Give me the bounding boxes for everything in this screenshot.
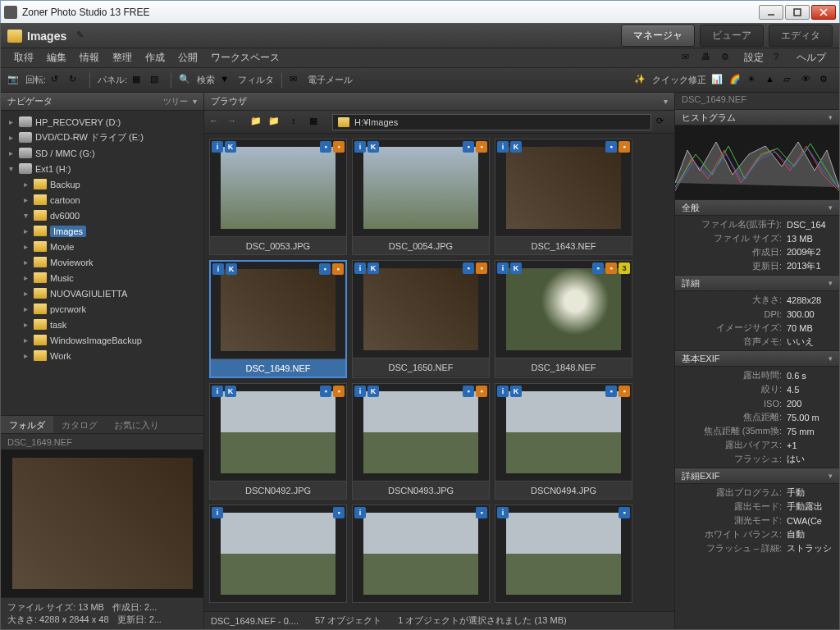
tree-node[interactable]: ▸cartoon bbox=[2, 192, 202, 208]
search-icon[interactable]: 🔍 bbox=[179, 74, 192, 87]
status-bar: DSC_1649.NEF - 0.... 57 オブジェクト 1 オブジェクトが… bbox=[204, 611, 674, 629]
help-icon[interactable]: ? bbox=[774, 52, 787, 65]
mail-icon[interactable]: ✉ bbox=[682, 52, 695, 65]
property-row: 焦点距離 (35mm換:75 mm bbox=[675, 424, 839, 438]
minimize-button[interactable] bbox=[759, 5, 783, 20]
tree-node[interactable]: ▸Movie bbox=[2, 239, 202, 254]
mode-viewer-tab[interactable]: ビューア bbox=[700, 25, 764, 47]
rotate-right-icon[interactable]: ↻ bbox=[69, 74, 82, 87]
menu-workspace[interactable]: ワークスペース bbox=[204, 48, 286, 67]
section-exif[interactable]: 基本EXIF▾ bbox=[675, 350, 839, 367]
thumbnail[interactable]: iK▪▪DSCN0494.JPG bbox=[495, 383, 632, 500]
thumbnail[interactable]: iK▪▪DSC_1650.NEF bbox=[352, 260, 490, 378]
email-icon[interactable]: ✉ bbox=[290, 74, 303, 87]
sort-icon[interactable]: ↕ bbox=[291, 116, 304, 129]
svg-rect-0 bbox=[794, 9, 801, 16]
color-icon[interactable]: 🌈 bbox=[729, 74, 742, 87]
refresh-icon[interactable]: ⟳ bbox=[656, 116, 669, 129]
filter-icon[interactable]: ▼ bbox=[220, 74, 233, 87]
up-folder-icon[interactable]: 📁 bbox=[250, 116, 263, 129]
mode-editor-tab[interactable]: エディタ bbox=[769, 25, 833, 47]
camera-icon[interactable]: 📷 bbox=[7, 74, 21, 87]
tab-folder[interactable]: フォルダ bbox=[1, 416, 53, 433]
back-icon[interactable]: ← bbox=[209, 116, 222, 129]
gear-icon[interactable]: ⚙ bbox=[721, 52, 734, 65]
quickfix-label[interactable]: クイック修正 bbox=[652, 74, 706, 86]
chevron-down-icon[interactable]: ▾ bbox=[664, 97, 668, 106]
thumbnail[interactable]: i▪ bbox=[352, 504, 490, 603]
tab-catalog[interactable]: カタログ bbox=[53, 416, 106, 433]
thumbnail[interactable]: iK▪▪DSC_0053.JPG bbox=[209, 139, 347, 255]
edit-location-icon[interactable]: ✎ bbox=[76, 30, 89, 43]
menu-create[interactable]: 作成 bbox=[139, 48, 171, 67]
tree-node[interactable]: ▸task bbox=[2, 317, 202, 332]
crop-icon[interactable]: ▱ bbox=[783, 74, 797, 87]
close-button[interactable] bbox=[811, 5, 836, 20]
preview-image[interactable] bbox=[1, 450, 203, 597]
tree-node[interactable]: ▸Backup bbox=[2, 176, 202, 192]
sharpen-icon[interactable]: ▲ bbox=[765, 74, 778, 87]
property-row: 焦点距離:75.00 m bbox=[675, 410, 839, 424]
rotate-left-icon[interactable]: ↺ bbox=[51, 74, 64, 87]
tree-node[interactable]: ▸Moviework bbox=[2, 254, 202, 270]
thumbnail[interactable]: iK▪▪DSC_1649.NEF bbox=[209, 260, 347, 378]
folder-tree[interactable]: ▸HP_RECOVERY (D:)▸DVD/CD-RW ドライブ (E:)▸SD… bbox=[1, 111, 203, 415]
redeye-icon[interactable]: 👁 bbox=[801, 74, 815, 87]
menu-info[interactable]: 情報 bbox=[73, 48, 106, 67]
tree-node[interactable]: ▸Music bbox=[2, 270, 202, 285]
menu-help[interactable]: ヘルプ bbox=[790, 48, 833, 67]
panel1-icon[interactable]: ▦ bbox=[132, 74, 145, 87]
tree-node[interactable]: ▸NUOVAGIULIETTA bbox=[2, 285, 202, 301]
new-folder-icon[interactable]: 📁 bbox=[268, 116, 281, 129]
quickfix-icon[interactable]: ✨ bbox=[634, 74, 647, 87]
tree-node[interactable]: ▸pvcrwork bbox=[2, 301, 202, 317]
thumbnail[interactable]: iK▪▪DSCN0492.JPG bbox=[209, 383, 347, 500]
tree-node[interactable]: ▾Ext1 (H:) bbox=[2, 161, 202, 176]
chevron-down-icon[interactable]: ▾ bbox=[193, 97, 197, 106]
mode-manager-tab[interactable]: マネージャ bbox=[621, 25, 695, 47]
menu-acquire[interactable]: 取得 bbox=[7, 48, 40, 67]
search-label[interactable]: 検索 bbox=[197, 74, 215, 86]
menu-publish[interactable]: 公開 bbox=[171, 48, 204, 67]
menu-organize[interactable]: 整理 bbox=[106, 48, 139, 67]
tab-favorites[interactable]: お気に入り bbox=[106, 416, 167, 433]
tree-node[interactable]: ▸WindowsImageBackup bbox=[2, 332, 202, 348]
histogram-header[interactable]: ヒストグラム▾ bbox=[675, 109, 839, 126]
main-toolbar: 📷 回転: ↺ ↻ パネル: ▦ ▧ 🔍 検索 ▼ フィルタ ✉ 電子メール ✨… bbox=[1, 68, 839, 93]
view-icon[interactable]: ▦ bbox=[309, 116, 322, 129]
section-exif-detail[interactable]: 詳細EXIF▾ bbox=[675, 468, 839, 484]
thumbnail-grid[interactable]: iK▪▪DSC_0053.JPGiK▪▪DSC_0054.JPGiK▪▪DSC_… bbox=[204, 134, 674, 611]
forward-icon[interactable]: → bbox=[227, 116, 240, 129]
thumbnail[interactable]: i▪ bbox=[495, 504, 632, 603]
menu-edit[interactable]: 編集 bbox=[40, 48, 73, 67]
tree-node[interactable]: ▸Images bbox=[2, 223, 202, 239]
panel2-icon[interactable]: ▧ bbox=[150, 74, 163, 87]
tree-toggle[interactable]: ツリー bbox=[163, 96, 188, 107]
path-input[interactable]: H:¥Images bbox=[332, 114, 651, 130]
info-filename: DSC_1649.NEF bbox=[675, 93, 839, 109]
tree-node[interactable]: ▸DVD/CD-RW ドライブ (E:) bbox=[2, 130, 202, 145]
thumbnail[interactable]: iK▪▪DSCN0493.JPG bbox=[352, 383, 490, 500]
tree-node[interactable]: ▸SD / MMC (G:) bbox=[2, 145, 202, 161]
more-icon[interactable]: ⚙ bbox=[819, 74, 833, 87]
property-row: フラッシュ – 詳細:ストラッシュ bbox=[675, 541, 839, 555]
thumbnail[interactable]: iK▪▪3DSC_1848.NEF bbox=[495, 260, 632, 378]
print-icon[interactable]: 🖶 bbox=[701, 52, 714, 65]
tree-node[interactable]: ▸Work bbox=[2, 348, 202, 363]
thumbnail[interactable]: iK▪▪DSC_0054.JPG bbox=[352, 139, 490, 255]
section-general[interactable]: 全般▾ bbox=[675, 199, 839, 216]
thumbnail[interactable]: iK▪▪DSC_1643.NEF bbox=[495, 139, 632, 255]
thumbnail[interactable]: i▪ bbox=[209, 504, 347, 603]
levels-icon[interactable]: 📊 bbox=[711, 74, 724, 87]
email-label[interactable]: 電子メール bbox=[308, 74, 353, 86]
property-row: 露出モード:手動露出 bbox=[675, 500, 839, 514]
maximize-button[interactable] bbox=[785, 5, 810, 20]
tree-node[interactable]: ▸HP_RECOVERY (D:) bbox=[2, 114, 202, 130]
section-detail[interactable]: 詳細▾ bbox=[675, 275, 839, 291]
rotate-label: 回転: bbox=[25, 74, 46, 86]
menu-settings[interactable]: 設定 bbox=[737, 48, 770, 67]
filter-label[interactable]: フィルタ bbox=[238, 74, 274, 86]
tree-node[interactable]: ▾dv6000 bbox=[2, 208, 202, 223]
preview-metadata: ファイル サイズ: 13 MB作成日: 2... 大きさ: 4288 x 284… bbox=[1, 597, 203, 629]
brightness-icon[interactable]: ☀ bbox=[747, 74, 760, 87]
